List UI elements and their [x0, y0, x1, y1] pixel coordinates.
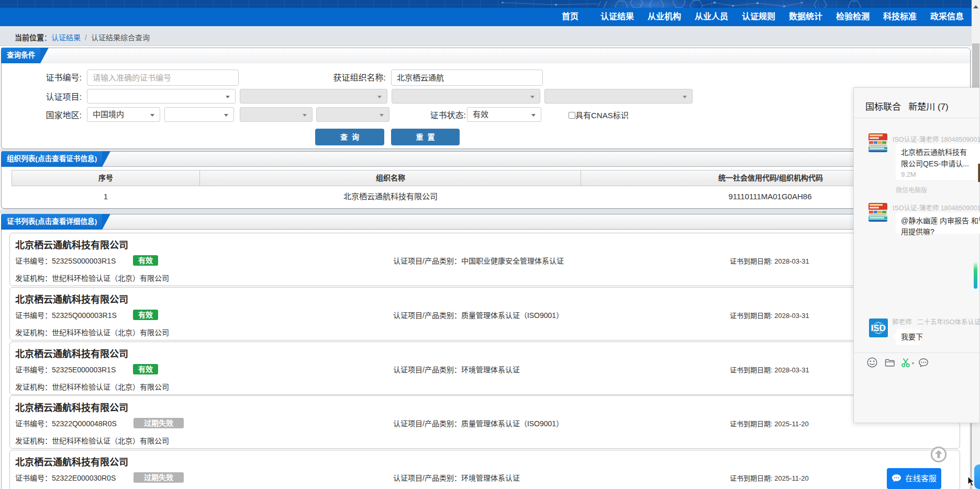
- svg-text:ISO: ISO: [871, 324, 886, 333]
